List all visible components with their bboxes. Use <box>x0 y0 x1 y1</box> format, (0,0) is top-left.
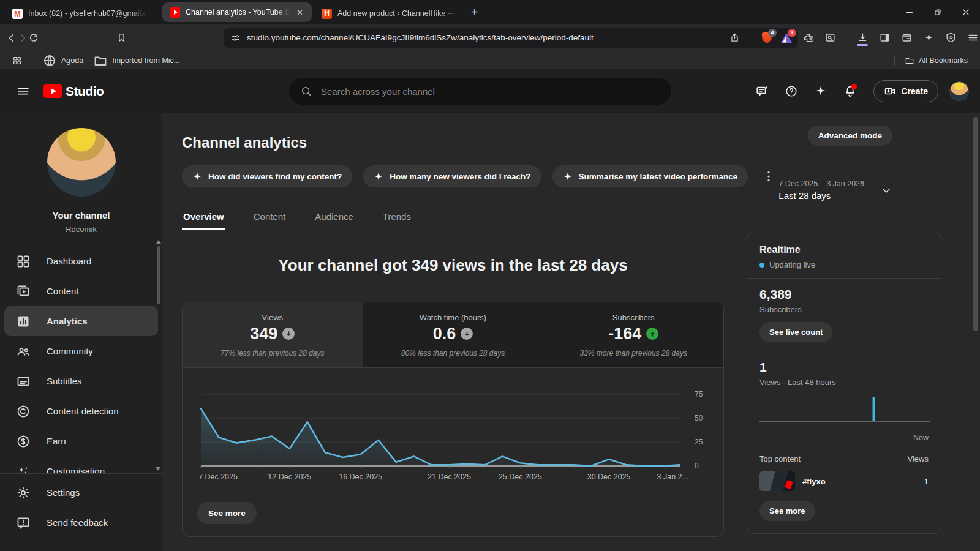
minimize-button[interactable] <box>895 0 924 24</box>
browser-tab[interactable]: MInbox (82) - ytsellerhub07@gmail.com <box>5 3 154 24</box>
see-live-count-button[interactable]: See live count <box>760 322 832 342</box>
metric-card-watch-time-hours-[interactable]: Watch time (hours)0.680% less than previ… <box>363 302 544 367</box>
tab-trends[interactable]: Trends <box>382 205 412 230</box>
leo-ai-sparkle-icon[interactable] <box>919 28 938 48</box>
brave-shield-icon[interactable]: 4 <box>760 31 774 45</box>
see-more-button[interactable]: See more <box>197 502 257 524</box>
browser-tab[interactable]: HAdd new product ‹ ChannelHike — W <box>314 3 464 24</box>
search-input[interactable] <box>321 86 660 97</box>
video-title: #flyxo <box>802 477 917 486</box>
sidebar-item-analytics[interactable]: Analytics <box>4 306 158 336</box>
tab-content[interactable]: Content <box>252 205 287 230</box>
account-avatar[interactable] <box>949 81 969 101</box>
close-tab-icon[interactable]: ✕ <box>295 8 304 17</box>
all-bookmarks[interactable]: All Bookmarks <box>889 54 973 67</box>
channel-avatar[interactable] <box>47 128 116 197</box>
bookmark-item[interactable]: Imported from Mic... <box>88 51 185 70</box>
studio-logo[interactable]: Studio <box>43 84 104 99</box>
share-icon[interactable] <box>729 32 740 43</box>
search-tabs-icon[interactable] <box>820 28 840 48</box>
views-column-label: Views <box>908 454 929 463</box>
extension-badge: 1 <box>788 29 796 37</box>
back-button[interactable] <box>6 29 17 47</box>
studio-menu-icon[interactable] <box>11 79 36 103</box>
date-range-picker[interactable]: 7 Dec 2025 – 3 Jan 2026 Last 28 days <box>778 179 892 201</box>
forward-button[interactable] <box>17 29 28 47</box>
close-window-button[interactable] <box>952 0 980 24</box>
window-controls <box>895 0 980 24</box>
svg-text:75: 75 <box>695 390 703 399</box>
trend-up-icon <box>646 328 658 340</box>
more-options-icon[interactable] <box>759 169 778 184</box>
create-button[interactable]: Create <box>873 80 938 102</box>
realtime-see-more-button[interactable]: See more <box>760 501 815 521</box>
metric-value: 349 <box>250 324 295 343</box>
apps-grid-icon[interactable] <box>7 54 27 67</box>
youtube-icon <box>170 7 180 18</box>
suggestion-chip[interactable]: Summarise my latest video performance <box>552 165 748 187</box>
divider <box>750 32 750 44</box>
trend-down-icon <box>282 328 295 340</box>
sidebar-nav: DashboardContentAnalyticsCommunitySubtit… <box>0 239 162 473</box>
scroll-down-arrow-icon[interactable] <box>156 467 160 471</box>
sidebar-item-content-detection[interactable]: Content detection <box>0 396 162 426</box>
customisation-icon <box>16 464 31 474</box>
metric-label: Views <box>262 313 283 322</box>
metric-value: -164 <box>608 324 658 343</box>
notifications-bell-icon[interactable] <box>838 79 862 103</box>
site-permissions-icon[interactable] <box>231 33 241 43</box>
restore-button[interactable] <box>924 0 952 24</box>
bookmark-item[interactable]: Agoda <box>37 51 88 70</box>
scrollbar-thumb[interactable] <box>157 246 160 304</box>
url-text: studio.youtube.com/channel/UCUAFaI9gcJII… <box>247 33 725 42</box>
gmail-icon: M <box>12 9 23 19</box>
analytics-tabs: OverviewContentAudienceTrends <box>182 205 914 230</box>
chevron-down-icon <box>880 184 892 197</box>
page-scrollbar-thumb[interactable] <box>973 117 978 331</box>
tab-overview[interactable]: Overview <box>182 205 225 230</box>
suggestion-chip[interactable]: How many new viewers did I reach? <box>363 165 541 187</box>
feedback-sparkle-icon[interactable] <box>750 79 774 103</box>
search-icon <box>300 85 312 97</box>
tab-audience[interactable]: Audience <box>314 205 355 230</box>
sidebar-item-send-feedback[interactable]: Send feedback <box>0 508 162 538</box>
url-bar[interactable]: studio.youtube.com/channel/UCUAFaI9gcJII… <box>224 28 798 48</box>
help-icon[interactable] <box>779 79 804 103</box>
downloads-icon[interactable] <box>853 28 872 48</box>
sidebar-item-content[interactable]: Content <box>0 276 162 306</box>
ai-sparkle-icon[interactable] <box>809 79 833 103</box>
suggestion-chip[interactable]: How did viewers find my content? <box>182 165 352 187</box>
adblock-extension-icon[interactable]: 1 <box>780 31 793 45</box>
wallet-icon[interactable] <box>897 28 916 48</box>
views-chart: 02550757 Dec 202512 Dec 202516 Dec 20252… <box>183 368 723 492</box>
svg-text:30 Dec 2025: 30 Dec 2025 <box>587 473 631 481</box>
metric-card-subscribers[interactable]: Subscribers-16433% more than previous 28… <box>543 302 723 367</box>
scroll-up-arrow-icon[interactable] <box>156 240 161 244</box>
top-content-row[interactable]: #flyxo 1 <box>760 471 929 491</box>
sidebar-scrollbar[interactable] <box>156 239 161 473</box>
video-thumbnail[interactable] <box>760 471 795 491</box>
page-scrollbar[interactable] <box>973 69 979 551</box>
sidebar-item-customisation[interactable]: Customisation <box>0 456 162 473</box>
advanced-mode-button[interactable]: Advanced mode <box>808 126 892 146</box>
metric-card-views[interactable]: Views34977% less than previous 28 days <box>183 302 363 367</box>
sidebar-item-earn[interactable]: Earn <box>0 426 162 456</box>
new-tab-button[interactable]: + <box>464 1 486 24</box>
sidebar-item-subtitles[interactable]: Subtitles <box>0 366 162 396</box>
shield-badge: 4 <box>768 29 777 37</box>
sidebar-toggle-icon[interactable] <box>875 28 894 48</box>
reload-button[interactable] <box>28 29 39 47</box>
vpn-shield-icon[interactable] <box>941 28 960 48</box>
studio-app: Your channel Rdcomik DashboardContentAna… <box>0 113 980 551</box>
sidebar-item-community[interactable]: Community <box>0 336 162 366</box>
divider <box>157 7 157 18</box>
bookmark-page-icon[interactable] <box>116 29 127 47</box>
menu-icon[interactable] <box>963 28 980 48</box>
sidebar-item-settings[interactable]: Settings <box>0 478 162 508</box>
extensions-icon[interactable] <box>798 28 818 48</box>
studio-search[interactable] <box>289 78 671 105</box>
sidebar-item-dashboard[interactable]: Dashboard <box>0 246 162 276</box>
divider <box>894 56 895 66</box>
channel-handle: Rdcomik <box>0 225 162 234</box>
browser-tab[interactable]: Channel analytics - YouTube Studio✕ <box>162 2 312 22</box>
